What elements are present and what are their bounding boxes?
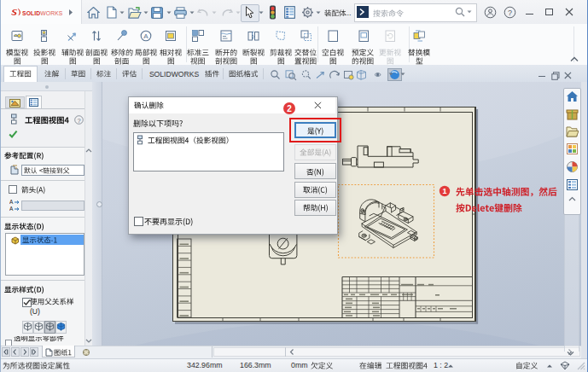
svg-text:?: ? xyxy=(77,117,80,125)
svg-text:A: A xyxy=(9,206,14,212)
svg-text:A: A xyxy=(9,199,14,205)
svg-text:1: 1 xyxy=(442,187,446,195)
svg-text:2: 2 xyxy=(287,104,292,113)
